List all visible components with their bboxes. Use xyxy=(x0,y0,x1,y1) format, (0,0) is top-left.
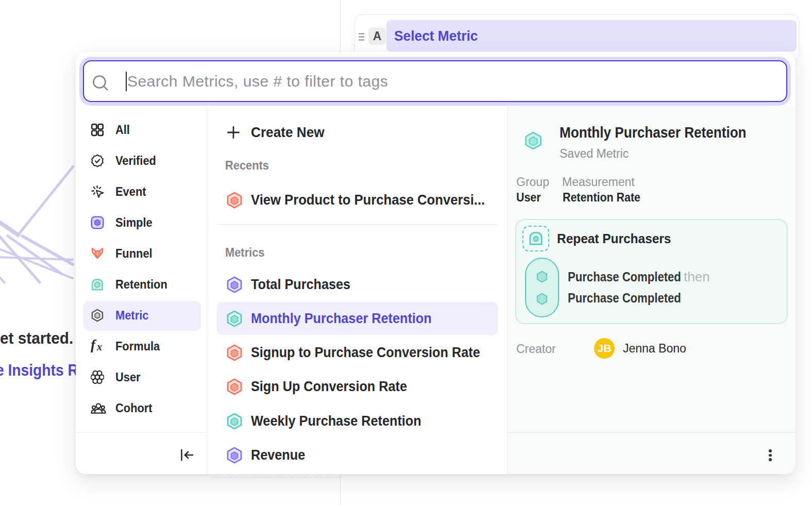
svg-text:x: x xyxy=(96,341,102,352)
svg-text:f: f xyxy=(91,340,97,352)
